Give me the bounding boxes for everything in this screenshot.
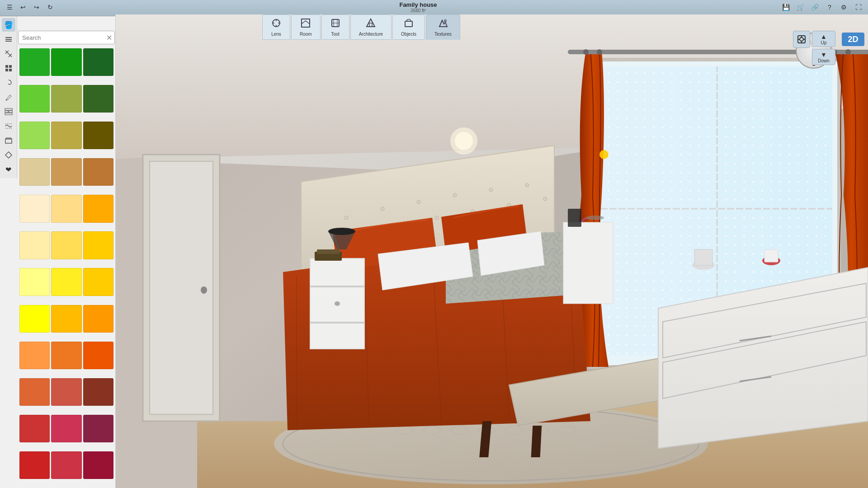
diamond-tool[interactable]: [2, 148, 15, 162]
color-swatch-25[interactable]: [51, 342, 81, 369]
svg-rect-23: [9, 111, 12, 113]
color-swatch-26[interactable]: [83, 342, 113, 369]
view-up-button[interactable]: ▲ Up: [812, 31, 835, 47]
color-swatch-32[interactable]: [83, 415, 113, 442]
color-grid: [18, 47, 115, 488]
color-swatch-29[interactable]: [83, 378, 113, 406]
tab-room-label: Room: [300, 32, 312, 37]
grid-tool[interactable]: [2, 61, 15, 75]
app-title: Family house: [399, 1, 437, 8]
color-swatch-14[interactable]: [83, 195, 113, 222]
color-swatch-19[interactable]: [51, 268, 81, 296]
svg-point-57: [417, 200, 420, 204]
tab-tool[interactable]: Tool: [321, 14, 349, 40]
textures-icon: [438, 18, 448, 31]
menu-icon[interactable]: ☰: [5, 2, 14, 12]
color-swatch-30[interactable]: [19, 415, 50, 442]
tab-architecture-label: Architecture: [359, 32, 383, 37]
swirl-tool[interactable]: [2, 76, 15, 89]
tab-lens-label: Lens: [271, 32, 281, 37]
color-swatch-10[interactable]: [51, 158, 81, 186]
pattern-tool[interactable]: [2, 47, 15, 61]
color-swatch-20[interactable]: [83, 268, 113, 296]
layers-tool[interactable]: [2, 33, 15, 46]
tab-textures[interactable]: Textures: [426, 14, 460, 40]
color-swatch-21[interactable]: [19, 305, 50, 333]
color-swatch-33[interactable]: [19, 451, 50, 479]
svg-rect-18: [9, 65, 12, 68]
view-2d-button[interactable]: 2D: [842, 33, 864, 46]
color-swatch-13[interactable]: [51, 195, 81, 222]
up-down-buttons: ▲ Up ▼ Down: [812, 31, 835, 65]
redo-icon[interactable]: ↪: [32, 2, 42, 12]
objects-icon: [403, 18, 414, 31]
color-swatch-7[interactable]: [51, 122, 81, 149]
color-swatch-15[interactable]: [19, 231, 50, 259]
svg-rect-14: [5, 37, 12, 38]
color-swatch-9[interactable]: [19, 158, 50, 186]
svg-point-58: [453, 193, 457, 197]
save-icon[interactable]: 💾: [781, 2, 791, 12]
aerial-view-button[interactable]: [793, 31, 810, 48]
settings-icon[interactable]: ⚙: [839, 2, 849, 12]
color-swatch-11[interactable]: [83, 158, 113, 186]
sync-icon[interactable]: ↻: [45, 2, 55, 12]
color-swatch-22[interactable]: [51, 305, 81, 333]
color-swatch-31[interactable]: [51, 415, 81, 442]
color-swatch-4[interactable]: [51, 85, 81, 113]
brush-tool[interactable]: [2, 90, 15, 104]
cart-icon[interactable]: 🛒: [796, 2, 806, 12]
brick-tool[interactable]: [2, 105, 15, 118]
color-swatch-2[interactable]: [83, 48, 113, 76]
tab-tool-label: Tool: [331, 32, 340, 37]
svg-marker-29: [5, 152, 12, 158]
svg-point-71: [328, 228, 355, 235]
paint-bucket-tool[interactable]: 🪣: [2, 18, 15, 32]
color-swatch-34[interactable]: [51, 451, 81, 479]
color-swatch-35[interactable]: [83, 451, 113, 479]
svg-rect-84: [694, 249, 712, 265]
undo-icon[interactable]: ↩: [18, 2, 28, 12]
color-swatch-12[interactable]: [19, 195, 50, 222]
svg-point-88: [455, 132, 473, 150]
color-swatch-3[interactable]: [19, 85, 50, 113]
color-swatch-18[interactable]: [19, 268, 50, 296]
tab-lens[interactable]: Lens: [262, 14, 290, 40]
toolbar: Lens Room Tool Architecture Objects Text…: [262, 14, 460, 40]
top-right-icons: ▲ Up ▼ Down: [791, 29, 837, 67]
search-input[interactable]: [18, 31, 115, 44]
color-swatch-17[interactable]: [83, 231, 113, 259]
color-swatch-8[interactable]: [83, 122, 113, 149]
expand-icon[interactable]: ⛶: [854, 2, 863, 12]
svg-rect-22: [5, 111, 8, 113]
svg-point-38: [201, 286, 207, 294]
color-swatch-24[interactable]: [19, 342, 50, 369]
svg-point-76: [586, 216, 604, 220]
heart-tool[interactable]: ❤: [2, 163, 15, 176]
color-swatch-0[interactable]: [19, 48, 50, 76]
left-tools: 🪣 ❤: [0, 16, 17, 178]
layers2-tool[interactable]: [2, 134, 15, 147]
svg-rect-12: [405, 21, 412, 27]
help-icon[interactable]: ?: [825, 2, 835, 12]
tab-room[interactable]: Room: [291, 14, 321, 40]
color-swatch-1[interactable]: [51, 48, 81, 76]
tab-objects[interactable]: Objects: [392, 14, 425, 40]
svg-rect-19: [5, 69, 8, 71]
svg-rect-24: [5, 113, 12, 115]
share-icon[interactable]: 🔗: [810, 2, 820, 12]
color-swatch-16[interactable]: [51, 231, 81, 259]
color-swatch-6[interactable]: [19, 122, 50, 149]
view-down-button[interactable]: ▼ Down: [812, 49, 835, 65]
color-swatch-23[interactable]: [83, 305, 113, 333]
search-clear-button[interactable]: ✕: [106, 33, 112, 42]
stitch-tool[interactable]: [2, 119, 15, 133]
color-swatch-28[interactable]: [51, 378, 81, 406]
svg-rect-79: [531, 426, 542, 457]
svg-rect-15: [5, 39, 12, 40]
color-swatch-27[interactable]: [19, 378, 50, 406]
tab-architecture[interactable]: Architecture: [350, 14, 392, 40]
svg-point-89: [599, 150, 609, 159]
svg-rect-21: [5, 108, 12, 110]
color-swatch-5[interactable]: [83, 85, 113, 113]
